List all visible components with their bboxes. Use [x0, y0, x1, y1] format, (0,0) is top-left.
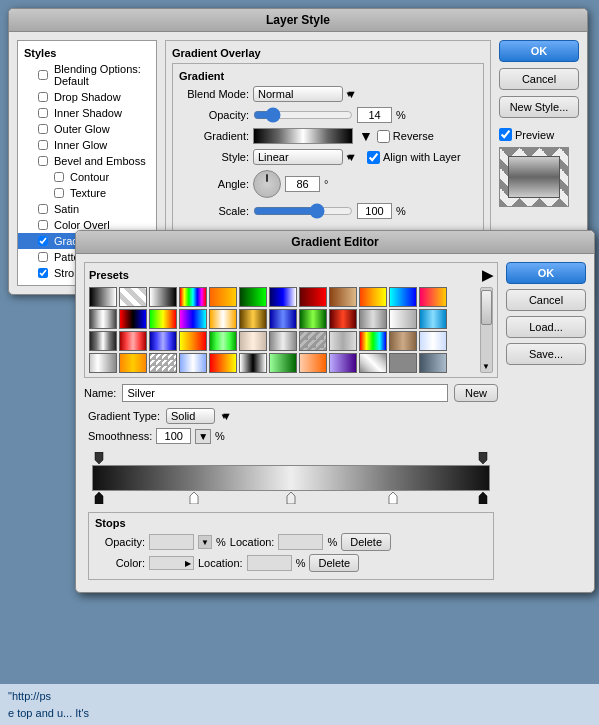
bevel-emboss-checkbox[interactable]	[38, 156, 48, 166]
preset-silver[interactable]	[89, 353, 117, 373]
preset-39[interactable]	[329, 331, 357, 351]
scale-input[interactable]	[357, 203, 392, 219]
style-select[interactable]: Linear	[253, 149, 343, 165]
preset-grey[interactable]	[389, 353, 417, 373]
preset-gold[interactable]	[119, 353, 147, 373]
preset-check-1[interactable]	[149, 353, 177, 373]
preset-purple-fade[interactable]	[329, 353, 357, 373]
preset-42[interactable]	[419, 331, 447, 351]
preset-24[interactable]	[329, 309, 357, 329]
preset-18[interactable]	[149, 309, 177, 329]
preset-orange-fade[interactable]	[299, 353, 327, 373]
sidebar-blending-options[interactable]: Blending Options: Default	[18, 61, 156, 89]
preset-steel[interactable]	[419, 353, 447, 373]
preset-38[interactable]	[299, 331, 327, 351]
scale-slider[interactable]	[253, 205, 353, 217]
opacity-stop-input[interactable]	[149, 534, 194, 550]
color-stop-1[interactable]	[94, 492, 104, 504]
preset-35[interactable]	[209, 331, 237, 351]
style-select-wrapper[interactable]: Linear ▼	[253, 149, 357, 165]
scrollbar-thumb[interactable]	[481, 290, 492, 325]
color-stop-swatch[interactable]: ▶	[149, 556, 194, 570]
preset-7[interactable]	[269, 287, 297, 307]
preset-20[interactable]	[209, 309, 237, 329]
preset-26[interactable]	[389, 309, 417, 329]
delete-opacity-button[interactable]: Delete	[341, 533, 391, 551]
inner-glow-checkbox[interactable]	[38, 140, 48, 150]
preset-10[interactable]	[359, 287, 387, 307]
preset-25[interactable]	[359, 309, 387, 329]
gradient-dropdown-arrow[interactable]: ▼	[359, 128, 373, 144]
opacity-input[interactable]	[357, 107, 392, 123]
preset-31[interactable]	[89, 331, 117, 351]
opacity-slider[interactable]	[253, 109, 353, 121]
preset-green-fade[interactable]	[269, 353, 297, 373]
ge-cancel-button[interactable]: Cancel	[506, 289, 586, 311]
preset-6[interactable]	[239, 287, 267, 307]
color-stop-4[interactable]	[388, 492, 398, 504]
preset-8[interactable]	[299, 287, 327, 307]
satin-checkbox[interactable]	[38, 204, 48, 214]
align-layer-label[interactable]: Align with Layer	[367, 151, 461, 164]
gradient-preview[interactable]	[253, 128, 353, 144]
texture-checkbox[interactable]	[54, 188, 64, 198]
sidebar-outer-glow[interactable]: Outer Glow	[18, 121, 156, 137]
new-style-button[interactable]: New Style...	[499, 96, 579, 118]
preset-27[interactable]	[419, 309, 447, 329]
sidebar-bevel-emboss[interactable]: Bevel and Emboss	[18, 153, 156, 169]
contour-checkbox[interactable]	[54, 172, 64, 182]
preset-2[interactable]	[119, 287, 147, 307]
preset-silver2[interactable]	[359, 353, 387, 373]
pattern-overlay-checkbox[interactable]	[38, 252, 48, 262]
delete-color-button[interactable]: Delete	[309, 554, 359, 572]
reverse-checkbox[interactable]	[377, 130, 390, 143]
ge-ok-button[interactable]: OK	[506, 262, 586, 284]
preset-16[interactable]	[89, 309, 117, 329]
presets-scrollbar[interactable]: ▼	[480, 287, 493, 373]
preset-34[interactable]	[179, 331, 207, 351]
reverse-label[interactable]: Reverse	[377, 130, 434, 143]
color-overlay-checkbox[interactable]	[38, 220, 48, 230]
name-input[interactable]	[122, 384, 448, 402]
color-stop-3[interactable]	[286, 492, 296, 504]
preset-36[interactable]	[239, 331, 267, 351]
blending-checkbox[interactable]	[38, 70, 48, 80]
sidebar-contour[interactable]: Contour	[18, 169, 156, 185]
smoothness-arrow[interactable]: ▼	[195, 429, 211, 444]
preset-white-black[interactable]	[239, 353, 267, 373]
cancel-button[interactable]: Cancel	[499, 68, 579, 90]
preset-1[interactable]	[89, 287, 117, 307]
scroll-down-arrow[interactable]: ▼	[482, 363, 490, 371]
drop-shadow-checkbox[interactable]	[38, 92, 48, 102]
preset-37[interactable]	[269, 331, 297, 351]
preset-40[interactable]	[359, 331, 387, 351]
preset-9[interactable]	[329, 287, 357, 307]
outer-glow-checkbox[interactable]	[38, 124, 48, 134]
gradient-type-select[interactable]: Solid	[166, 408, 215, 424]
preset-17[interactable]	[119, 309, 147, 329]
opacity-stop-arrow[interactable]: ▼	[198, 535, 212, 549]
angle-input[interactable]	[285, 176, 320, 192]
angle-dial[interactable]	[253, 170, 281, 198]
gradient-type-select-wrapper[interactable]: Solid ▼	[166, 408, 232, 424]
sidebar-drop-shadow[interactable]: Drop Shadow	[18, 89, 156, 105]
gradient-overlay-checkbox[interactable]	[38, 236, 48, 246]
preset-22[interactable]	[269, 309, 297, 329]
preset-32[interactable]	[119, 331, 147, 351]
preset-41[interactable]	[389, 331, 417, 351]
color-stop-5[interactable]	[478, 492, 488, 504]
new-gradient-button[interactable]: New	[454, 384, 498, 402]
preset-red-yellow[interactable]	[209, 353, 237, 373]
blend-mode-select-wrapper[interactable]: Normal ▼	[253, 86, 357, 102]
location-opacity-input[interactable]	[278, 534, 323, 550]
sidebar-inner-glow[interactable]: Inner Glow	[18, 137, 156, 153]
sidebar-texture[interactable]: Texture	[18, 185, 156, 201]
blend-mode-select[interactable]: Normal	[253, 86, 343, 102]
preset-21[interactable]	[239, 309, 267, 329]
ge-save-button[interactable]: Save...	[506, 343, 586, 365]
location-color-input[interactable]	[247, 555, 292, 571]
color-stop-2[interactable]	[189, 492, 199, 504]
stroke-checkbox[interactable]	[38, 268, 48, 278]
preset-11[interactable]	[389, 287, 417, 307]
align-layer-checkbox[interactable]	[367, 151, 380, 164]
